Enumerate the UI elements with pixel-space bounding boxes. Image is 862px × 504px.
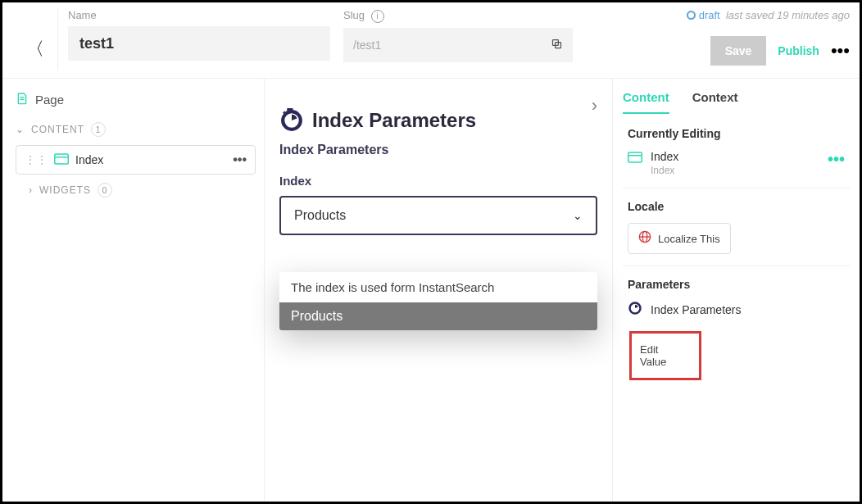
localize-button[interactable]: Localize This [628,223,731,254]
status-row: draft last saved 19 minutes ago [687,9,850,21]
index-select-value: Products [294,208,346,223]
tab-context[interactable]: Context [692,90,738,114]
name-input[interactable] [68,26,330,61]
index-card-icon [628,152,642,166]
parameters-section: Parameters Index Parameters Edit Value [623,266,850,392]
back-arrow-icon: 〈 [26,37,44,61]
algolia-logo-icon [628,301,642,318]
page-row[interactable]: Page [11,92,256,107]
main-panel: › Index Parameters Index Parameters Inde… [265,78,612,504]
right-tabs: Content Context [623,90,850,114]
top-right: draft last saved 19 minutes ago Save Pub… [687,9,850,66]
editing-section: Currently Editing Index Index ••• [623,116,850,188]
body: Page ⌄ CONTENT 1 ⋮⋮ Index ••• › WIDGETS … [2,78,860,504]
back-area[interactable]: 〈 [12,9,58,70]
draft-badge: draft [687,9,720,21]
slug-section: Slug i /test1 [343,9,573,62]
slug-label: Slug i [343,9,573,23]
topbar: 〈 Name Slug i /test1 draft last saved 19… [2,2,860,78]
left-panel: Page ⌄ CONTENT 1 ⋮⋮ Index ••• › WIDGETS … [2,78,265,504]
chevron-down-icon: ⌄ [573,209,583,222]
tree-item-actions[interactable]: ••• [233,152,247,167]
main-subtitle: Index Parameters [279,143,597,157]
editing-title: Currently Editing [628,127,845,140]
parameters-item-label: Index Parameters [651,303,742,316]
dropdown-option-products[interactable]: Products [279,302,597,330]
localize-label: Localize This [658,233,720,245]
editing-actions[interactable]: ••• [828,150,845,169]
action-row: Save Publish ••• [710,36,850,66]
save-button[interactable]: Save [710,36,767,66]
chevron-down-icon: ⌄ [16,124,25,135]
main-title: Index Parameters [312,109,476,132]
index-field-label: Index [279,174,597,188]
parameters-title: Parameters [628,278,845,291]
page-label: Page [35,93,64,107]
parameters-item[interactable]: Index Parameters [628,301,845,318]
editing-name: Index [651,150,678,163]
slug-box: /test1 [343,28,573,62]
widgets-count: 0 [98,183,112,198]
publish-button[interactable]: Publish [778,44,819,57]
locale-title: Locale [628,200,845,213]
locale-section: Locale Localize This [623,188,850,266]
dropdown-hint: The index is used form InstantSearch [279,272,597,302]
content-header[interactable]: ⌄ CONTENT 1 [11,122,256,137]
info-icon[interactable]: i [371,10,384,23]
slug-value: /test1 [353,39,381,52]
edit-value-button[interactable]: Edit Value [629,331,701,380]
name-label: Name [68,9,330,21]
right-panel: Content Context Currently Editing Index … [612,78,860,504]
name-section: Name [68,9,330,61]
more-actions[interactable]: ••• [831,40,850,61]
page-icon [16,92,29,107]
last-saved: last saved 19 minutes ago [726,9,850,21]
editing-sub: Index [651,165,678,176]
editing-row: Index Index ••• [628,150,845,176]
index-dropdown: The index is used form InstantSearch Pro… [279,272,597,330]
chevron-right-icon: › [29,184,33,196]
collapse-icon[interactable]: › [592,95,597,116]
content-count: 1 [91,122,106,137]
tree-item-label: Index [75,153,103,166]
tab-content[interactable]: Content [623,90,669,114]
svg-rect-7 [628,152,642,162]
algolia-logo-icon [279,108,304,133]
widgets-header[interactable]: › WIDGETS 0 [11,183,256,198]
index-select[interactable]: Products ⌄ [279,196,597,235]
copy-icon[interactable] [551,38,563,52]
tree-item-index[interactable]: ⋮⋮ Index ••• [16,145,256,175]
svg-rect-4 [55,154,69,164]
index-card-icon [54,153,69,167]
globe-icon [638,230,651,247]
title-row: Index Parameters [279,108,597,133]
